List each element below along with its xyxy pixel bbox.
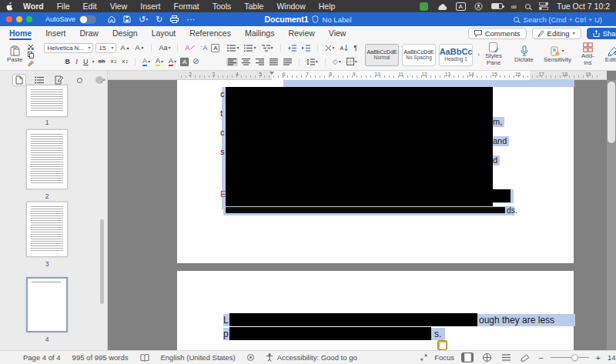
undo-icon[interactable]: ↺▾	[139, 15, 148, 24]
word-count[interactable]: 995 of 995 words	[72, 353, 129, 362]
tab-home[interactable]: Home	[9, 27, 32, 39]
tab-view[interactable]: View	[329, 27, 346, 39]
web-layout-view-button[interactable]	[480, 352, 493, 362]
battery-icon[interactable]	[491, 3, 503, 9]
circle-a-button[interactable]: ⊘	[191, 57, 200, 66]
grow-font-button[interactable]: A▲	[119, 44, 131, 52]
control-center-icon[interactable]	[539, 2, 548, 11]
text-highlight-button[interactable]: A▾	[154, 57, 165, 67]
sort-button[interactable]: A	[339, 44, 350, 52]
multilevel-list-button[interactable]: ▾	[260, 44, 275, 52]
print-icon[interactable]	[170, 15, 179, 23]
proofing-book-icon[interactable]	[140, 354, 149, 362]
print-layout-view-button[interactable]	[461, 352, 474, 362]
sensitivity-shield-icon[interactable]	[313, 12, 319, 26]
align-left-button[interactable]	[226, 58, 238, 66]
sensitivity-button[interactable]: ▾ Sensitivity	[542, 42, 573, 68]
underline-button[interactable]: U	[82, 58, 90, 66]
font-name-combo[interactable]: Helvetica N...▾	[44, 43, 93, 53]
phonetic-guide-button[interactable]: ˜A	[199, 44, 209, 52]
cloud-icon[interactable]	[437, 2, 447, 11]
close-window-button[interactable]	[6, 16, 12, 22]
font-size-combo[interactable]: 15▾	[95, 43, 116, 53]
cut-button[interactable]	[26, 43, 36, 51]
paste-button[interactable]: Paste	[5, 45, 25, 64]
menu-view[interactable]: View	[110, 2, 128, 11]
show-paragraph-marks-button[interactable]: ¶	[352, 44, 359, 52]
editor-button[interactable]: Editor	[603, 42, 616, 68]
tab-mailings[interactable]: Mailings	[245, 27, 275, 39]
language-selector[interactable]: English (United States)	[161, 353, 236, 362]
numbering-button[interactable]: ▾	[243, 44, 257, 52]
add-ins-button[interactable]: Add-ins	[579, 42, 597, 68]
decrease-indent-button[interactable]	[286, 44, 298, 52]
focus-mode-button[interactable]: Focus	[434, 353, 454, 362]
redo-icon[interactable]: ↻	[156, 15, 162, 24]
paste-options-button[interactable]	[437, 340, 447, 350]
align-right-button[interactable]	[254, 58, 266, 66]
style-heading-1[interactable]: AaBbCc Heading 1	[439, 44, 473, 66]
zoom-slider[interactable]	[551, 357, 589, 358]
superscript-button[interactable]: x2	[120, 58, 129, 65]
zoom-in-button[interactable]: +	[596, 353, 601, 362]
search-box[interactable]: Search (Cmd + Ctrl + U)	[514, 15, 602, 24]
app-status-icon[interactable]	[420, 2, 428, 11]
menu-clock[interactable]: Tue Oct 7 10:2	[557, 2, 610, 11]
page-thumbnail-3[interactable]	[26, 202, 68, 257]
distribute-text-button[interactable]	[282, 58, 293, 66]
clear-formatting-button[interactable]: A	[183, 44, 196, 52]
focus-expand-icon[interactable]	[420, 354, 427, 361]
autosave-toggle[interactable]	[79, 15, 96, 24]
style-normal[interactable]: AaBbCcDdE Normal	[365, 44, 399, 66]
editing-mode-button[interactable]: Editing ▾	[532, 28, 581, 39]
strikethrough-button[interactable]: ab	[97, 58, 107, 65]
resize-pane-icon[interactable]	[100, 73, 105, 87]
zoom-out-button[interactable]: −	[538, 353, 543, 362]
page-indicator[interactable]: Page 4 of 4	[23, 353, 61, 362]
line-spacing-button[interactable]: ▾	[305, 58, 320, 66]
menu-table[interactable]: Table	[244, 2, 263, 11]
text-effects-button[interactable]: A▾	[141, 57, 152, 67]
menu-file[interactable]: File	[57, 2, 70, 11]
asian-layout-button[interactable]: ▾	[323, 44, 336, 52]
bullets-button[interactable]: ▾	[226, 44, 240, 52]
macro-record-icon[interactable]	[247, 354, 254, 361]
tab-draw[interactable]: Draw	[79, 27, 99, 39]
horizontal-ruler[interactable]: 2345678910111213141516171819	[108, 71, 607, 80]
sensitivity-label[interactable]: No Label	[323, 15, 352, 24]
comments-button[interactable]: Comments	[468, 28, 527, 39]
document-page-current[interactable]: ctcsE m,andd ds.	[177, 80, 574, 263]
pane-scrollbar[interactable]	[100, 219, 104, 304]
menu-word[interactable]: Word	[23, 2, 44, 11]
tab-design[interactable]: Design	[112, 27, 138, 39]
zoom-slider-knob[interactable]	[571, 354, 578, 361]
more-commands-icon[interactable]: ⋯	[186, 15, 195, 24]
home-icon[interactable]	[108, 15, 116, 23]
input-source-icon[interactable]: A	[456, 2, 466, 11]
share-button[interactable]: Share	[587, 28, 616, 39]
tab-references[interactable]: References	[189, 27, 231, 39]
tab-layout[interactable]: Layout	[152, 27, 176, 39]
tab-insert[interactable]: Insert	[45, 27, 65, 39]
shrink-font-button[interactable]: A▼	[133, 44, 146, 52]
styles-pane-button[interactable]: Styles Pane	[481, 42, 506, 67]
indent-marker[interactable]	[270, 72, 274, 75]
menu-insert[interactable]: Insert	[140, 2, 160, 11]
menu-help[interactable]: Help	[319, 2, 336, 11]
outline-view-button[interactable]	[500, 352, 512, 362]
subscript-button[interactable]: x2	[109, 58, 118, 65]
document-scrollbar-thumb[interactable]	[608, 82, 615, 143]
increase-indent-button[interactable]	[300, 44, 312, 52]
character-border-button[interactable]: A	[211, 44, 219, 52]
bold-button[interactable]: B	[63, 58, 72, 66]
document-scrollbar-track[interactable]	[607, 80, 616, 350]
font-color-button[interactable]: A▾	[167, 57, 178, 67]
user-account-icon[interactable]	[474, 2, 483, 11]
page-thumbnail-2[interactable]	[26, 129, 68, 189]
save-icon[interactable]	[123, 15, 131, 23]
find-icon[interactable]	[72, 74, 86, 86]
style-no-spacing[interactable]: AaBbCcDdE No Spacing	[402, 44, 436, 66]
align-center-button[interactable]	[240, 58, 252, 66]
document-page-next[interactable]: L ough they are less p s.	[177, 271, 574, 350]
page-thumbnail-1[interactable]	[26, 85, 68, 117]
